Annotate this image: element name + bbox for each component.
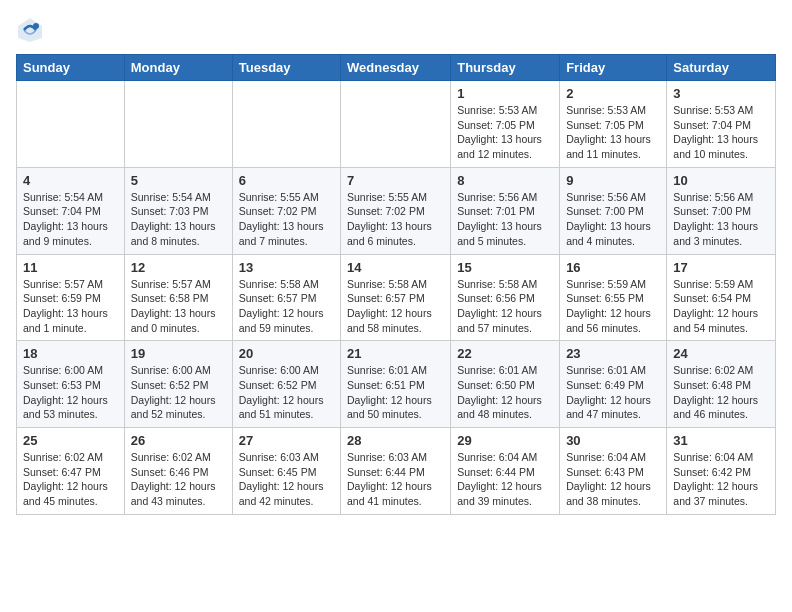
calendar-cell: 14Sunrise: 5:58 AM Sunset: 6:57 PM Dayli… [341, 254, 451, 341]
calendar-cell: 15Sunrise: 5:58 AM Sunset: 6:56 PM Dayli… [451, 254, 560, 341]
day-number: 18 [23, 346, 118, 361]
calendar-cell: 24Sunrise: 6:02 AM Sunset: 6:48 PM Dayli… [667, 341, 776, 428]
calendar-cell: 28Sunrise: 6:03 AM Sunset: 6:44 PM Dayli… [341, 428, 451, 515]
day-info: Sunrise: 6:01 AM Sunset: 6:51 PM Dayligh… [347, 363, 444, 422]
day-number: 16 [566, 260, 660, 275]
day-info: Sunrise: 5:54 AM Sunset: 7:04 PM Dayligh… [23, 190, 118, 249]
weekday-header-wednesday: Wednesday [341, 55, 451, 81]
day-info: Sunrise: 6:04 AM Sunset: 6:44 PM Dayligh… [457, 450, 553, 509]
day-info: Sunrise: 5:59 AM Sunset: 6:54 PM Dayligh… [673, 277, 769, 336]
day-number: 4 [23, 173, 118, 188]
week-row-1: 1Sunrise: 5:53 AM Sunset: 7:05 PM Daylig… [17, 81, 776, 168]
calendar-cell: 8Sunrise: 5:56 AM Sunset: 7:01 PM Daylig… [451, 167, 560, 254]
day-number: 5 [131, 173, 226, 188]
day-number: 13 [239, 260, 334, 275]
calendar-cell: 2Sunrise: 5:53 AM Sunset: 7:05 PM Daylig… [560, 81, 667, 168]
calendar-cell: 30Sunrise: 6:04 AM Sunset: 6:43 PM Dayli… [560, 428, 667, 515]
day-info: Sunrise: 6:03 AM Sunset: 6:44 PM Dayligh… [347, 450, 444, 509]
week-row-4: 18Sunrise: 6:00 AM Sunset: 6:53 PM Dayli… [17, 341, 776, 428]
calendar-cell: 7Sunrise: 5:55 AM Sunset: 7:02 PM Daylig… [341, 167, 451, 254]
calendar-body: 1Sunrise: 5:53 AM Sunset: 7:05 PM Daylig… [17, 81, 776, 515]
day-info: Sunrise: 5:56 AM Sunset: 7:00 PM Dayligh… [673, 190, 769, 249]
day-number: 1 [457, 86, 553, 101]
day-number: 21 [347, 346, 444, 361]
calendar-cell: 31Sunrise: 6:04 AM Sunset: 6:42 PM Dayli… [667, 428, 776, 515]
calendar-table: SundayMondayTuesdayWednesdayThursdayFrid… [16, 54, 776, 515]
day-info: Sunrise: 6:02 AM Sunset: 6:47 PM Dayligh… [23, 450, 118, 509]
calendar-cell: 12Sunrise: 5:57 AM Sunset: 6:58 PM Dayli… [124, 254, 232, 341]
calendar-cell: 11Sunrise: 5:57 AM Sunset: 6:59 PM Dayli… [17, 254, 125, 341]
day-number: 7 [347, 173, 444, 188]
day-number: 19 [131, 346, 226, 361]
calendar-cell: 20Sunrise: 6:00 AM Sunset: 6:52 PM Dayli… [232, 341, 340, 428]
svg-point-1 [33, 23, 39, 29]
svg-marker-0 [18, 18, 42, 42]
day-info: Sunrise: 6:00 AM Sunset: 6:52 PM Dayligh… [239, 363, 334, 422]
weekday-header-row: SundayMondayTuesdayWednesdayThursdayFrid… [17, 55, 776, 81]
calendar-cell: 4Sunrise: 5:54 AM Sunset: 7:04 PM Daylig… [17, 167, 125, 254]
day-info: Sunrise: 6:04 AM Sunset: 6:42 PM Dayligh… [673, 450, 769, 509]
day-number: 25 [23, 433, 118, 448]
day-number: 20 [239, 346, 334, 361]
day-info: Sunrise: 5:56 AM Sunset: 7:00 PM Dayligh… [566, 190, 660, 249]
logo-icon [16, 16, 44, 44]
day-number: 15 [457, 260, 553, 275]
day-number: 12 [131, 260, 226, 275]
weekday-header-monday: Monday [124, 55, 232, 81]
day-number: 9 [566, 173, 660, 188]
calendar-cell: 16Sunrise: 5:59 AM Sunset: 6:55 PM Dayli… [560, 254, 667, 341]
calendar-cell: 29Sunrise: 6:04 AM Sunset: 6:44 PM Dayli… [451, 428, 560, 515]
day-info: Sunrise: 6:01 AM Sunset: 6:49 PM Dayligh… [566, 363, 660, 422]
day-info: Sunrise: 5:58 AM Sunset: 6:56 PM Dayligh… [457, 277, 553, 336]
calendar-cell: 6Sunrise: 5:55 AM Sunset: 7:02 PM Daylig… [232, 167, 340, 254]
calendar-cell: 22Sunrise: 6:01 AM Sunset: 6:50 PM Dayli… [451, 341, 560, 428]
day-info: Sunrise: 5:53 AM Sunset: 7:05 PM Dayligh… [457, 103, 553, 162]
day-number: 2 [566, 86, 660, 101]
week-row-2: 4Sunrise: 5:54 AM Sunset: 7:04 PM Daylig… [17, 167, 776, 254]
calendar-cell [341, 81, 451, 168]
day-number: 8 [457, 173, 553, 188]
weekday-header-sunday: Sunday [17, 55, 125, 81]
calendar-cell: 17Sunrise: 5:59 AM Sunset: 6:54 PM Dayli… [667, 254, 776, 341]
weekday-header-thursday: Thursday [451, 55, 560, 81]
day-info: Sunrise: 5:57 AM Sunset: 6:58 PM Dayligh… [131, 277, 226, 336]
day-number: 11 [23, 260, 118, 275]
day-info: Sunrise: 6:00 AM Sunset: 6:52 PM Dayligh… [131, 363, 226, 422]
day-info: Sunrise: 5:57 AM Sunset: 6:59 PM Dayligh… [23, 277, 118, 336]
calendar-cell: 5Sunrise: 5:54 AM Sunset: 7:03 PM Daylig… [124, 167, 232, 254]
day-number: 14 [347, 260, 444, 275]
calendar-cell: 21Sunrise: 6:01 AM Sunset: 6:51 PM Dayli… [341, 341, 451, 428]
calendar-cell [232, 81, 340, 168]
day-info: Sunrise: 6:00 AM Sunset: 6:53 PM Dayligh… [23, 363, 118, 422]
day-number: 29 [457, 433, 553, 448]
calendar-cell [124, 81, 232, 168]
calendar-cell: 3Sunrise: 5:53 AM Sunset: 7:04 PM Daylig… [667, 81, 776, 168]
weekday-header-friday: Friday [560, 55, 667, 81]
day-info: Sunrise: 5:56 AM Sunset: 7:01 PM Dayligh… [457, 190, 553, 249]
calendar-cell: 25Sunrise: 6:02 AM Sunset: 6:47 PM Dayli… [17, 428, 125, 515]
calendar-cell: 23Sunrise: 6:01 AM Sunset: 6:49 PM Dayli… [560, 341, 667, 428]
day-info: Sunrise: 5:53 AM Sunset: 7:04 PM Dayligh… [673, 103, 769, 162]
day-number: 3 [673, 86, 769, 101]
calendar-cell: 26Sunrise: 6:02 AM Sunset: 6:46 PM Dayli… [124, 428, 232, 515]
day-info: Sunrise: 6:02 AM Sunset: 6:46 PM Dayligh… [131, 450, 226, 509]
calendar-cell: 9Sunrise: 5:56 AM Sunset: 7:00 PM Daylig… [560, 167, 667, 254]
day-info: Sunrise: 5:54 AM Sunset: 7:03 PM Dayligh… [131, 190, 226, 249]
day-number: 17 [673, 260, 769, 275]
calendar-cell: 19Sunrise: 6:00 AM Sunset: 6:52 PM Dayli… [124, 341, 232, 428]
day-info: Sunrise: 5:59 AM Sunset: 6:55 PM Dayligh… [566, 277, 660, 336]
day-number: 22 [457, 346, 553, 361]
calendar-cell [17, 81, 125, 168]
calendar-cell: 27Sunrise: 6:03 AM Sunset: 6:45 PM Dayli… [232, 428, 340, 515]
week-row-3: 11Sunrise: 5:57 AM Sunset: 6:59 PM Dayli… [17, 254, 776, 341]
day-info: Sunrise: 6:03 AM Sunset: 6:45 PM Dayligh… [239, 450, 334, 509]
page-header [16, 16, 776, 44]
calendar-cell: 18Sunrise: 6:00 AM Sunset: 6:53 PM Dayli… [17, 341, 125, 428]
day-info: Sunrise: 5:55 AM Sunset: 7:02 PM Dayligh… [347, 190, 444, 249]
day-number: 10 [673, 173, 769, 188]
logo [16, 16, 48, 44]
day-number: 6 [239, 173, 334, 188]
calendar-cell: 1Sunrise: 5:53 AM Sunset: 7:05 PM Daylig… [451, 81, 560, 168]
day-number: 28 [347, 433, 444, 448]
day-number: 27 [239, 433, 334, 448]
